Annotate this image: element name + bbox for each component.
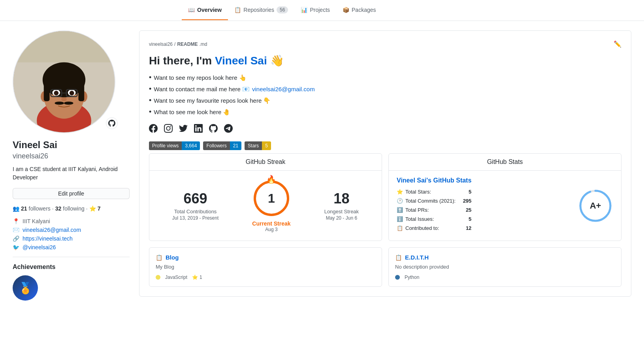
total-prs-value: 25 (466, 207, 471, 213)
stars-badge: Stars 5 (245, 141, 271, 150)
stats-row: GitHub Streak 669 Total Contributions Ju… (149, 153, 621, 241)
total-commits-label: Total Commits (2021): (405, 198, 463, 204)
profile-display-name: Vineel Sai (13, 139, 130, 150)
followers-badge-label: Followers (203, 141, 230, 150)
current-streak-circle: 🔥 1 Current Streak Aug 3 (252, 179, 291, 232)
github-stats-table: Vineel Sai's GitHub Stats ⭐ Total Stars:… (397, 177, 471, 234)
avatar-container (13, 30, 130, 133)
total-commits-row: 🕐 Total Commits (2021): 295 (397, 198, 471, 204)
readme-path-separator: / (174, 41, 175, 47)
grade-circle: A+ (578, 188, 613, 224)
main-layout: Vineel Sai vineelsai26 I am a CSE studen… (0, 21, 644, 312)
stars-icon: ⭐ (89, 205, 96, 212)
repo-name-blog[interactable]: Blog (166, 254, 179, 261)
linkedin-icon[interactable] (194, 124, 203, 135)
profile-bio: I am a CSE student at IIIT Kalyani, Andr… (13, 165, 130, 182)
projects-icon: 📊 (301, 7, 307, 13)
followers-icon: 👥 (13, 205, 19, 212)
following-count-link[interactable]: 32 (55, 205, 62, 212)
repos-row: 📋 Blog My Blog JavaScript ⭐ 1 (149, 247, 621, 287)
repo-card-header-edith: 📋 E.D.I.T.H (395, 254, 615, 261)
longest-streak-label: Longest Streak (324, 209, 359, 214)
followers-label: followers (29, 205, 51, 212)
total-stars-label: Total Stars: (405, 189, 469, 195)
repo-lang-dot-edith (395, 275, 400, 280)
repo-stars-blog: ⭐ 1 (192, 275, 202, 280)
star-icon-blog: ⭐ (192, 275, 198, 280)
total-commits-value: 295 (463, 198, 472, 204)
followers-count-link[interactable]: 21 (21, 205, 27, 212)
readme-path: vineelsai26 / README .md ✏️ (149, 40, 621, 48)
repositories-badge: 56 (277, 6, 288, 13)
grade-value: A+ (590, 201, 601, 211)
stars-count-link[interactable]: 7 (98, 205, 101, 212)
twitter-social-icon[interactable] (179, 124, 188, 135)
github-stats-card: GitHub Stats Vineel Sai's GitHub Stats ⭐… (388, 153, 621, 241)
tab-projects[interactable]: 📊 Projects (294, 0, 336, 20)
github-stats-content: Vineel Sai's GitHub Stats ⭐ Total Stars:… (389, 171, 621, 241)
svg-rect-6 (44, 74, 84, 86)
contributed-to-row: 📋 Contributed to: 12 (397, 225, 471, 231)
twitter-meta: 🐦 @vineelsai26 (13, 244, 130, 250)
profile-meta: 📍 IIIT Kalyani ✉️ vineelsai26@gmail.com … (13, 218, 130, 250)
telegram-icon[interactable] (224, 124, 233, 135)
total-issues-row: ℹ️ Total Issues: 5 (397, 216, 471, 222)
followers-badge-count: 21 (230, 141, 241, 150)
total-contributions-label: Total Contributions (172, 209, 218, 214)
edit-readme-icon[interactable]: ✏️ (614, 40, 621, 48)
twitter-icon: 🐦 (13, 244, 19, 250)
longest-streak-date: May 20 - Jun 6 (324, 215, 359, 221)
instagram-icon[interactable] (164, 124, 173, 135)
profile-views-label: Profile views (149, 141, 182, 150)
stats-badges: Profile views 3,664 Followers 21 Stars 5 (149, 141, 621, 150)
total-contributions-date: Jul 13, 2019 - Present (172, 215, 218, 221)
streak-content: 669 Total Contributions Jul 13, 2019 - P… (149, 171, 382, 240)
streak-card: GitHub Streak 669 Total Contributions Ju… (149, 153, 382, 241)
streak-circle-container: 🔥 1 (252, 179, 291, 218)
tab-packages[interactable]: 📦 Packages (336, 0, 382, 20)
readme-list: Want to see my repos look here 👆 Want to… (149, 73, 621, 116)
repo-desc-edith: No description provided (395, 264, 615, 270)
achievement-badge: 🏅 (13, 275, 38, 301)
readme-greeting: Hi there, I'm Vineel Sai 👋 (149, 54, 621, 67)
svg-point-16 (61, 97, 67, 101)
email-link[interactable]: vineelsai26@gmail.com (23, 227, 81, 233)
current-streak-value: 1 (268, 191, 275, 206)
follower-stats: 👥 21 followers · 32 following · ⭐ 7 (13, 205, 130, 212)
total-issues-value: 5 (469, 216, 471, 222)
total-stars-row: ⭐ Total Stars: 5 (397, 189, 471, 195)
repo-icon: 📋 (397, 225, 403, 231)
link-icon: 🔗 (13, 235, 19, 242)
repo-lang-edith: Python (405, 275, 419, 280)
github-badge (106, 117, 118, 129)
github-stats-card-title: GitHub Stats (389, 154, 621, 171)
github-social-icon[interactable] (209, 124, 218, 135)
readme-item-2: Want to contact me mail me here 📧 vineel… (149, 85, 621, 93)
edit-profile-button[interactable]: Edit profile (13, 188, 130, 199)
location-icon: 📍 (13, 218, 19, 224)
email-link-readme[interactable]: vineelsai26@gmail.com (252, 86, 315, 92)
tab-repositories[interactable]: 📋 Repositories 56 (228, 0, 294, 21)
readme-item-1: Want to see my repos look here 👆 (149, 73, 621, 82)
followers-badge: Followers 21 (203, 141, 241, 150)
facebook-icon[interactable] (149, 124, 158, 135)
flame-icon: 🔥 (266, 175, 276, 184)
readme-path-file: README (177, 41, 198, 47)
twitter-link[interactable]: @vineelsai26 (23, 244, 56, 250)
readme-card: vineelsai26 / README .md ✏️ Hi there, I'… (139, 30, 631, 297)
repo-card-header-blog: 📋 Blog (156, 254, 375, 261)
tab-overview[interactable]: 📖 Overview (182, 0, 228, 20)
streak-card-title: GitHub Streak (149, 154, 382, 171)
wave-emoji: 👋 (270, 55, 284, 67)
website-meta: 🔗 https://vineelsai.tech (13, 235, 130, 242)
svg-point-18 (64, 102, 73, 105)
website-link[interactable]: https://vineelsai.tech (23, 235, 73, 242)
readme-path-owner: vineelsai26 (149, 41, 173, 47)
readme-item-3: Want to see my favourite repos look here… (149, 96, 621, 105)
contributed-to-value: 12 (466, 225, 471, 231)
svg-point-12 (70, 91, 74, 96)
repo-name-edith[interactable]: E.D.I.T.H (405, 254, 429, 261)
total-contributions-value: 669 (172, 190, 218, 207)
clock-icon: 🕐 (397, 198, 403, 204)
location-text: IIIT Kalyani (23, 218, 50, 224)
